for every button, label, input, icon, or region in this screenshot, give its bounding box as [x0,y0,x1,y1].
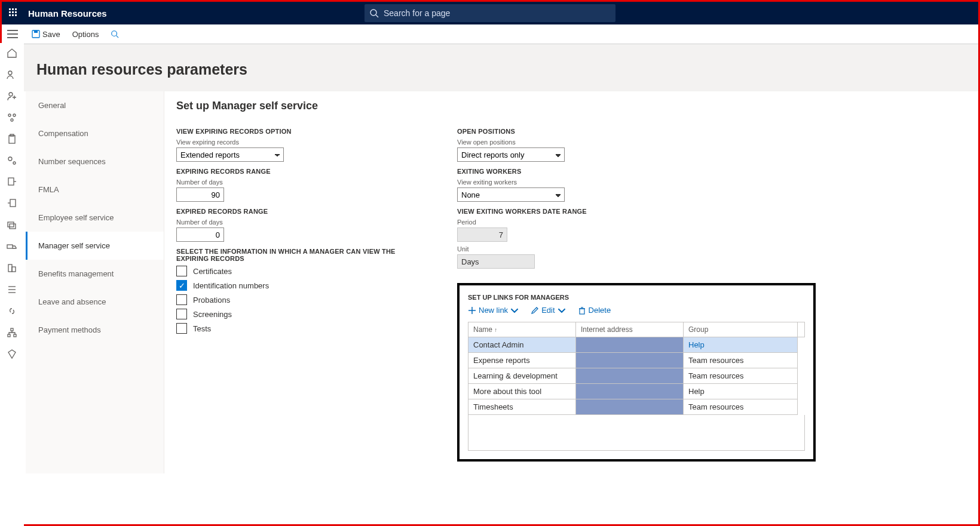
options-label: Options [72,30,99,39]
doc-right-icon[interactable] [7,177,17,187]
edit-link-button[interactable]: Edit [531,306,565,315]
new-link-button[interactable]: New link [468,306,519,315]
hamburger-icon[interactable] [7,30,18,38]
select-view-open[interactable]: Direct reports only [457,147,565,162]
app-launcher-icon[interactable] [9,8,19,18]
cell-name: Timesheets [468,399,576,415]
new-link-label: New link [479,306,508,315]
main-area: General Compensation Number sequences FM… [26,91,978,473]
building-icon[interactable] [7,263,17,273]
svg-point-9 [8,71,12,75]
col-spacer [798,322,805,337]
svg-rect-19 [10,199,16,207]
cell-address [576,353,684,368]
cell-group: Help [684,337,798,353]
left-column: VIEW EXPIRING RECORDS OPTION View expiri… [176,122,421,462]
table-empty-area [468,415,805,451]
check-identification-numbers[interactable]: ✓Identification numbers [176,280,421,291]
manager-links-table: Name ↑ Internet address Group Contact Ad… [468,322,805,415]
svg-rect-30 [14,334,16,337]
cell-group: Help [684,384,798,399]
sidenav-benefits-management[interactable]: Benefits management [26,260,164,288]
person-plus-icon[interactable] [7,91,17,101]
col-name[interactable]: Name ↑ [468,322,576,337]
svg-rect-28 [11,328,13,331]
org-icon[interactable] [7,112,17,123]
input-expired-days[interactable] [176,227,224,242]
find-icon[interactable] [111,30,119,38]
cell-address [576,337,684,353]
section-expired-range: EXPIRED RECORDS RANGE [176,208,421,215]
cards-icon[interactable] [7,220,17,230]
truck-icon[interactable] [7,241,17,252]
trash-icon [578,306,586,315]
person-gear-icon[interactable] [7,155,17,166]
save-button[interactable]: Save [32,30,60,39]
nav-rail [0,43,24,526]
doc-left-icon[interactable] [7,198,17,209]
check-certificates-label: Certificates [193,267,232,276]
select-view-exiting[interactable]: None [457,187,565,202]
global-search-input[interactable] [365,4,615,22]
col-group[interactable]: Group [684,322,798,337]
label-period: Period [457,219,816,226]
svg-rect-24 [12,267,16,272]
pencil-icon [531,306,539,315]
home-icon[interactable] [7,48,17,59]
svg-rect-14 [9,136,15,143]
svg-rect-18 [8,178,14,185]
check-tests[interactable]: Tests [176,323,421,334]
list-icon[interactable] [7,284,17,295]
section-exiting-workers: EXITING WORKERS [457,168,816,175]
table-row[interactable]: More about this tool Help [468,384,805,399]
sidenav-manager-self-service[interactable]: Manager self service [26,232,164,260]
cell-name: Expense reports [468,353,576,368]
options-button[interactable]: Options [72,30,99,39]
sidenav-compensation[interactable]: Compensation [26,119,164,147]
table-row[interactable]: Learning & development Team resources [468,368,805,384]
page-header: Human resources parameters [2,44,978,91]
cell-group: Team resources [684,368,798,384]
label-view-open: View open positions [457,139,816,146]
section-select-info: SELECT THE INFORMATION IN WHICH A MANAGE… [176,248,421,262]
select-view-expiring[interactable]: Extended reports [176,147,284,162]
section-view-expiring: VIEW EXPIRING RECORDS OPTION [176,128,421,135]
svg-point-11 [8,114,11,116]
svg-rect-33 [580,309,584,314]
check-screenings[interactable]: Screenings [176,309,421,319]
people-icon[interactable] [7,69,17,80]
save-icon [32,30,40,38]
sidenav-fmla[interactable]: FMLA [26,176,164,204]
field-period: 7 [457,227,507,242]
input-expiring-days[interactable] [176,187,224,202]
action-bar: Save Options [2,24,978,44]
delete-link-button[interactable]: Delete [578,306,611,315]
table-row[interactable]: Timesheets Team resources [468,399,805,415]
svg-point-16 [8,157,12,161]
label-expiring-days: Number of days [176,179,421,186]
table-row[interactable]: Contact Admin Help [468,337,805,353]
sidenav-payment-methods[interactable]: Payment methods [26,316,164,344]
manager-links-panel: SET UP LINKS FOR MANAGERS New link Edit [457,283,816,462]
plus-icon [468,306,476,315]
sidenav-leave-absence[interactable]: Leave and absence [26,288,164,316]
cell-group: Team resources [684,399,798,415]
save-label: Save [42,30,60,39]
sidenav-general[interactable]: General [26,91,164,119]
table-row[interactable]: Expense reports Team resources [468,353,805,368]
link-icon[interactable] [7,306,17,316]
search-icon [369,8,379,18]
hierarchy-icon[interactable] [7,327,17,338]
check-probations[interactable]: Probations [176,294,421,305]
global-search-wrap [365,4,615,22]
heart-tag-icon[interactable] [7,349,17,359]
cell-address [576,368,684,384]
col-internet-address[interactable]: Internet address [576,322,684,337]
svg-rect-23 [8,264,12,272]
check-certificates[interactable]: Certificates [176,266,421,276]
sidenav-employee-self-service[interactable]: Employee self service [26,204,164,232]
clipboard-icon[interactable] [7,134,17,144]
sidenav-number-sequences[interactable]: Number sequences [26,147,164,176]
parameters-sidenav: General Compensation Number sequences FM… [26,91,164,473]
edit-link-label: Edit [541,306,555,315]
